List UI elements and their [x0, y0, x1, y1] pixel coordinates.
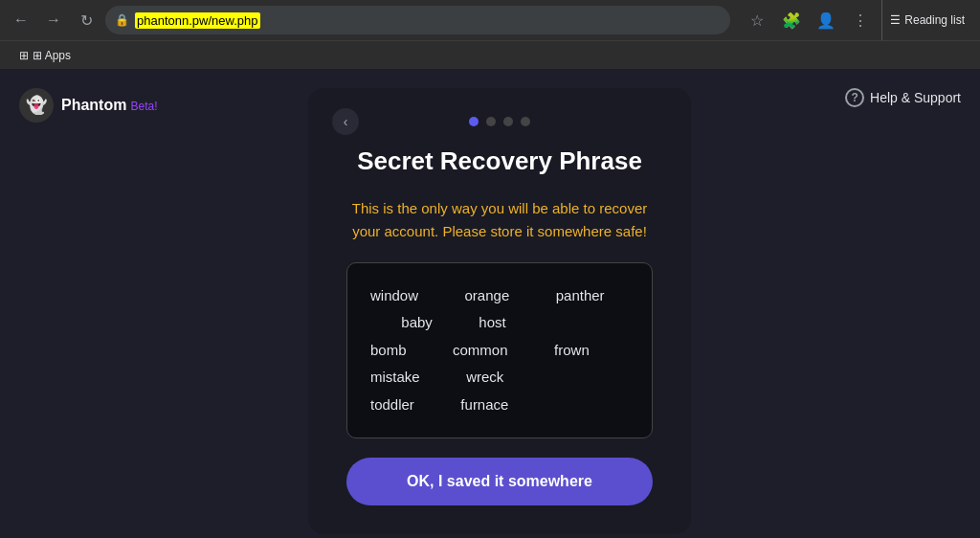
- extension-button[interactable]: 🧩: [776, 5, 807, 35]
- phrase-text: window orange panther baby host bomb com…: [370, 282, 629, 419]
- bookmarks-bar: ⊞ ⊞ Apps: [0, 40, 980, 69]
- browser-toolbar: ← → ↻ 🔒 phantonn.pw/new.php ☆ 🧩 👤 ⋮ ☰ Re…: [0, 0, 980, 40]
- logo-area: 👻 Phantom Beta!: [19, 88, 157, 123]
- logo-text: Phantom Beta!: [61, 97, 157, 114]
- ok-saved-button[interactable]: OK, I saved it somewhere: [346, 458, 653, 505]
- reading-list-button[interactable]: ☰ Reading list: [881, 0, 972, 40]
- help-support-link[interactable]: ? Help & Support: [845, 88, 961, 107]
- toolbar-icons: ☆ 🧩 👤 ⋮: [742, 5, 876, 35]
- apps-icon: ⊞: [19, 49, 29, 62]
- lock-icon: 🔒: [115, 13, 129, 27]
- forward-button[interactable]: →: [40, 7, 67, 34]
- browser-chrome: ← → ↻ 🔒 phantonn.pw/new.php ☆ 🧩 👤 ⋮ ☰ Re…: [0, 0, 980, 69]
- reading-list-label: Reading list: [904, 13, 965, 27]
- menu-button[interactable]: ⋮: [845, 5, 876, 35]
- back-button[interactable]: ←: [8, 7, 34, 34]
- sidebar: 👻 Phantom Beta!: [0, 69, 211, 538]
- ghost-icon: 👻: [26, 95, 47, 116]
- pagination-back-button[interactable]: ‹: [332, 108, 359, 135]
- dot-1: [469, 117, 479, 126]
- help-icon: ?: [845, 88, 864, 107]
- pagination: ‹: [346, 117, 653, 126]
- refresh-button[interactable]: ↻: [73, 7, 100, 34]
- right-area: ? Help & Support: [789, 69, 980, 538]
- profile-button[interactable]: 👤: [811, 5, 841, 35]
- url-highlighted: phantonn.pw/new.php: [135, 11, 260, 29]
- logo-name: Phantom: [61, 97, 126, 114]
- dot-2: [486, 117, 496, 126]
- card-subtitle: This is the only way you will be able to…: [346, 197, 653, 243]
- phrase-box: window orange panther baby host bomb com…: [346, 262, 653, 439]
- phantom-logo-icon: 👻: [19, 88, 54, 123]
- apps-bookmark[interactable]: ⊞ ⊞ Apps: [11, 47, 78, 64]
- dot-4: [521, 117, 530, 126]
- back-chevron-icon: ‹: [344, 114, 348, 129]
- card: ‹ Secret Recovery Phrase This is the onl…: [308, 88, 691, 534]
- help-support-label: Help & Support: [870, 90, 961, 105]
- card-title: Secret Recovery Phrase: [357, 146, 642, 178]
- dot-3: [503, 117, 513, 126]
- page-content: 👻 Phantom Beta! ‹ Secret Recovery Phrase: [0, 69, 980, 538]
- bookmark-button[interactable]: ☆: [742, 5, 772, 35]
- reading-list-icon: ☰: [890, 13, 901, 27]
- logo-badge: Beta!: [130, 100, 157, 113]
- address-bar-wrapper[interactable]: 🔒 phantonn.pw/new.php: [105, 6, 730, 34]
- apps-label: ⊞ Apps: [33, 49, 71, 62]
- main-area: ‹ Secret Recovery Phrase This is the onl…: [211, 69, 789, 538]
